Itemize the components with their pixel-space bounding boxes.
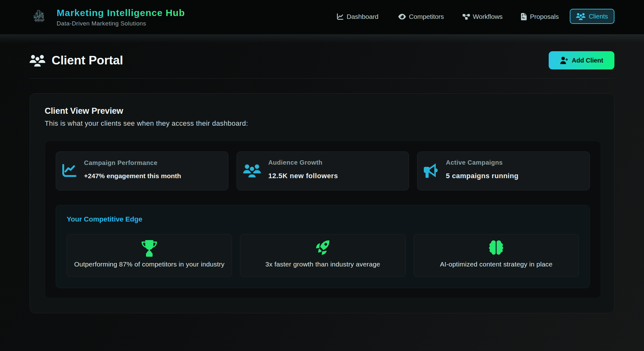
svg-text:SOLUTIONS: SOLUTIONS [36, 21, 42, 22]
